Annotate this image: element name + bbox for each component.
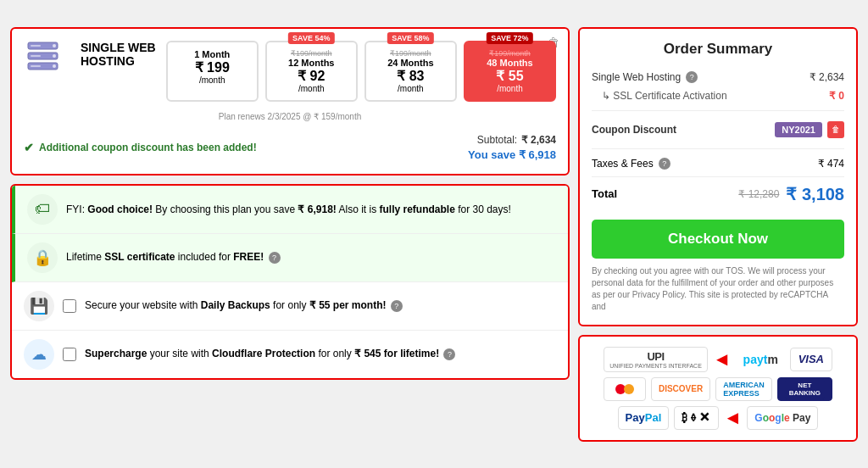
amex-logo: AMERICANEXPRESS — [723, 381, 765, 398]
ssl-price-line: ↳ SSL Certificate Activation ₹ 0 — [592, 86, 844, 105]
ssl-help-icon[interactable]: ? — [269, 252, 281, 264]
backups-help-icon[interactable]: ? — [391, 300, 403, 312]
subtotal-area: Subtotal: ₹ 2,634 You save ₹ 6,918 — [468, 131, 556, 162]
backups-text: Secure your website with Daily Backups f… — [85, 299, 403, 312]
checkout-button[interactable]: Checkout Now — [592, 220, 844, 259]
hosting-title: SINGLE WEB HOSTING — [81, 41, 156, 68]
paypal-logo: PayPal — [626, 411, 662, 424]
coupon-row: Coupon Discount NY2021 🗑 — [592, 116, 844, 143]
cloudflare-checkbox[interactable] — [63, 348, 76, 361]
fyi-text: FYI: Good choice! By choosing this plan … — [66, 203, 511, 215]
hosting-icon — [24, 41, 70, 86]
coupon-label: Coupon Discount — [592, 124, 676, 136]
tag-icon: 🏷 — [27, 194, 58, 225]
amex-payment: AMERICANEXPRESS — [715, 377, 772, 401]
plan-48months[interactable]: SAVE 72% ₹199/month 48 Months ₹ 55 /mont… — [464, 41, 556, 102]
save-badge-12: SAVE 54% — [288, 32, 334, 44]
visa-logo: VISA — [798, 353, 824, 365]
ssl-price: ₹ 0 — [829, 90, 844, 102]
total-label: Total — [592, 187, 617, 200]
coupon-code-badge: NY2021 — [775, 122, 822, 137]
plan-12months[interactable]: SAVE 54% ₹199/month 12 Months ₹ 92 /mont… — [265, 41, 358, 102]
svg-point-4 — [53, 54, 56, 58]
discover-logo: DISCOVER — [659, 384, 703, 393]
total-original-price: ₹ 12,280 — [738, 188, 779, 200]
cloudflare-icon: ☁ — [24, 339, 54, 370]
info-boxes: 🏷 FYI: Good choice! By choosing this pla… — [10, 184, 570, 380]
payment-panel: UPI UNIFIED PAYMENTS INTERFACE ◄ paytm V… — [578, 335, 858, 442]
coupon-badge-area: NY2021 🗑 — [775, 121, 844, 138]
arrow-icon: ◄ — [713, 348, 732, 370]
upi-payment: UPI UNIFIED PAYMENTS INTERFACE — [604, 347, 708, 372]
paypal-payment: PayPal — [618, 406, 670, 430]
ssl-icon: 🔒 — [27, 242, 58, 273]
svg-point-3 — [53, 44, 56, 47]
tos-text: By checking out you agree with our TOS. … — [592, 265, 844, 313]
crypto-logo: ₿ ⟠ ✕ — [682, 411, 710, 424]
total-final-price: ₹ 3,108 — [786, 184, 844, 204]
subtotal-label: Subtotal: — [477, 134, 517, 146]
ssl-text: Lifetime SSL certificate included for FR… — [66, 251, 281, 264]
remove-coupon-button[interactable]: 🗑 — [827, 121, 844, 138]
right-panel: Order Summary Single Web Hosting ? ₹ 2,6… — [578, 27, 858, 442]
plans-grid: 1 Month ₹ 199 /month SAVE 54% ₹199/month… — [166, 41, 556, 102]
arrow-icon-2: ◄ — [724, 407, 743, 429]
hosting-header: SINGLE WEB HOSTING 1 Month ₹ 199 /month … — [24, 41, 556, 102]
total-row: Total ₹ 12,280 ₹ 3,108 — [592, 176, 844, 211]
taxes-help-icon[interactable]: ? — [659, 158, 670, 170]
subtotal-value: ₹ 2,634 — [521, 134, 556, 146]
plan-24months[interactable]: SAVE 58% ₹199/month 24 Months ₹ 83 /mont… — [364, 41, 457, 102]
cloudflare-help-icon[interactable]: ? — [443, 348, 455, 360]
fyi-box: 🏷 FYI: Good choice! By choosing this pla… — [12, 186, 568, 234]
total-prices: ₹ 12,280 ₹ 3,108 — [738, 184, 844, 204]
hosting-price: ₹ 2,634 — [810, 71, 844, 83]
svg-point-5 — [53, 64, 56, 68]
netbanking-logo: NETBANKING — [785, 379, 825, 399]
hosting-help-icon[interactable]: ? — [686, 71, 698, 83]
coupon-success-message: ✔ Additional coupon discount has been ad… — [24, 141, 257, 154]
paytm-logo: paytm — [743, 353, 778, 366]
gpay-payment: Google Pay — [747, 406, 818, 430]
save-badge-48: SAVE 72% — [487, 32, 532, 44]
order-summary: Order Summary Single Web Hosting ? ₹ 2,6… — [578, 27, 858, 326]
left-panel: 🗑 — [10, 27, 570, 442]
visa-payment: VISA — [790, 348, 832, 371]
upi-logo: UPI — [647, 350, 664, 363]
order-summary-title: Order Summary — [592, 41, 844, 58]
plan-renews-text: Plan renews 2/3/2025 @ ₹ 159/month — [24, 112, 556, 121]
mastercard-payment — [604, 377, 646, 401]
payment-methods-grid: UPI UNIFIED PAYMENTS INTERFACE ◄ paytm V… — [590, 347, 846, 430]
backups-icon: 💾 — [24, 291, 54, 321]
plan-1month[interactable]: 1 Month ₹ 199 /month — [166, 41, 259, 102]
cloudflare-box: ☁ Supercharge your site with Cloudflare … — [12, 331, 568, 378]
svg-rect-7 — [31, 55, 41, 57]
hosting-line-label: Single Web Hosting ? — [592, 71, 698, 83]
savings-text: You save ₹ 6,918 — [468, 148, 556, 161]
gpay-logo: Google Pay — [754, 412, 810, 424]
check-icon: ✔ — [24, 141, 34, 154]
netbanking-payment: NETBANKING — [777, 377, 832, 401]
mc-orange-circle — [624, 384, 634, 394]
svg-rect-8 — [31, 65, 41, 67]
taxes-row: Taxes & Fees ? ₹ 474 — [592, 154, 844, 173]
ssl-box: 🔒 Lifetime SSL certificate included for … — [12, 234, 568, 282]
svg-rect-6 — [31, 45, 41, 47]
taxes-price: ₹ 474 — [818, 158, 844, 170]
save-badge-24: SAVE 58% — [387, 32, 433, 44]
backups-box: 💾 Secure your website with Daily Backups… — [12, 282, 568, 331]
paytm-payment: paytm — [737, 348, 785, 371]
backups-checkbox[interactable] — [63, 299, 76, 313]
hosting-price-line: Single Web Hosting ? ₹ 2,634 — [592, 68, 844, 86]
discover-payment: DISCOVER — [651, 377, 710, 401]
crypto-payment: ₿ ⟠ ✕ — [674, 406, 718, 430]
hosting-card: 🗑 — [10, 27, 570, 176]
cloudflare-text: Supercharge your site with Cloudflare Pr… — [85, 348, 455, 360]
